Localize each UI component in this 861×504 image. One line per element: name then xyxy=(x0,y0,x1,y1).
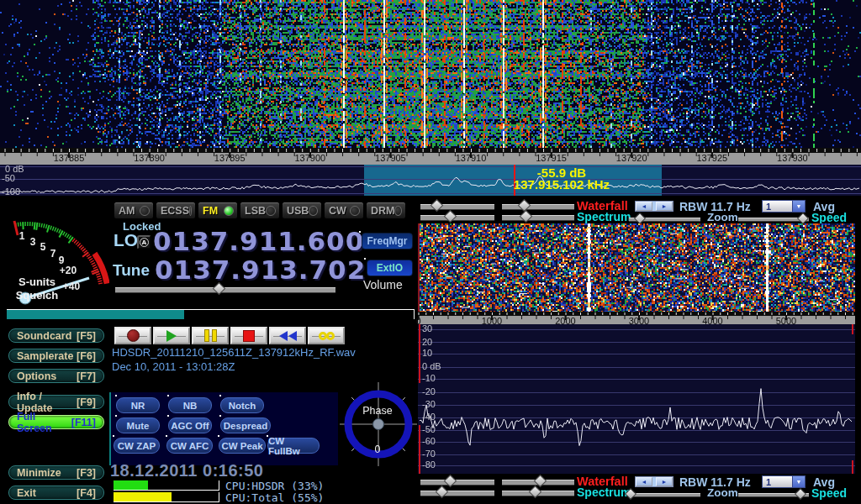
dropdown-arrow-icon[interactable]: ▼ xyxy=(792,476,805,487)
band-scroll-bottom[interactable]: ◄► xyxy=(635,476,673,487)
avg-dropdown-top[interactable]: 1▼ xyxy=(762,200,806,213)
spectrum-contrast-slider-bottom[interactable] xyxy=(420,487,494,498)
dsp-button-despread[interactable]: Despread xyxy=(220,417,271,433)
scroll-left-icon[interactable]: ◄ xyxy=(636,477,652,486)
zoom-label-bottom: Zoom xyxy=(707,486,738,499)
dsp-button-cw-afc[interactable]: CW AFC xyxy=(166,438,213,454)
s-meter-squelch-label[interactable]: Squelch xyxy=(2,289,72,302)
dsp-button-notch[interactable]: Notch xyxy=(220,397,264,413)
spectrum-contrast-slider-top-track xyxy=(420,215,494,221)
mode-button-cw[interactable]: CW xyxy=(324,202,364,219)
zoom-slider-bottom[interactable] xyxy=(629,489,700,500)
scroll-right-icon[interactable]: ► xyxy=(656,477,673,486)
extio-button[interactable]: ExtIO xyxy=(367,260,413,276)
dsp-button-nb[interactable]: NB xyxy=(168,397,212,413)
speed-slider-bottom[interactable] xyxy=(738,489,809,500)
mode-button-label: USB xyxy=(287,205,309,217)
volume-label: Volume xyxy=(363,278,403,291)
speed-slider-top-thumb[interactable] xyxy=(797,212,809,223)
mode-button-drm[interactable]: DRM xyxy=(366,202,406,219)
zoom-slider-top-thumb[interactable] xyxy=(634,212,646,223)
record-icon xyxy=(127,329,140,342)
af-spectrum-db-label: -70 xyxy=(422,449,436,459)
spectrum-contrast-slider-bottom-track xyxy=(420,491,494,496)
speed-label-top: Speed xyxy=(811,211,847,224)
spectrum-brightness-slider-bottom[interactable] xyxy=(502,487,574,498)
mode-button-fm[interactable]: FM xyxy=(198,202,238,219)
spectrum-contrast-slider-top[interactable] xyxy=(420,212,494,223)
sidebar-button-exit[interactable]: Exit[F4] xyxy=(8,486,104,500)
scroll-left-icon[interactable]: ◄ xyxy=(636,202,652,211)
lo-lock-button[interactable]: A xyxy=(137,235,151,249)
pause-button[interactable] xyxy=(192,327,229,344)
waterfall-brightness-slider-bottom[interactable] xyxy=(502,476,574,487)
waterfall-brightness-slider-top-track xyxy=(502,204,574,210)
af-spectrum-db-label: -20 xyxy=(422,386,436,396)
sidebar-button-label: Full Screen xyxy=(17,411,71,434)
lo-frequency-display[interactable]: 0137.911.600 xyxy=(153,226,364,256)
af-spectrum-display[interactable] xyxy=(418,324,855,474)
spectrum-brightness-slider-top[interactable] xyxy=(502,212,574,223)
sidebar-button-samplerate[interactable]: Samplerate[F6] xyxy=(8,349,104,363)
sidebar-button-soundcard[interactable]: Soundcard[F5] xyxy=(8,328,104,343)
dsp-button-cw-zap[interactable]: CW ZAP xyxy=(114,438,160,454)
sidebar-button-options[interactable]: Options[F7] xyxy=(8,369,104,383)
cpu-hdsdr-label: CPU:HDSDR (33%) xyxy=(225,480,324,492)
s-meter-scale-number: +20 xyxy=(60,265,77,276)
dsp-button-cw-fullbw[interactable]: CW FullBw xyxy=(267,438,320,454)
mode-button-am[interactable]: AM xyxy=(114,202,154,219)
s-meter-scale-number: 3 xyxy=(30,236,36,248)
af-spectrum-db-label: -50 xyxy=(422,424,436,434)
rf-spectrum-db-label: -50 xyxy=(2,173,15,183)
mode-button-label: FM xyxy=(203,205,218,217)
mode-led-icon xyxy=(266,206,276,216)
cpu-total-bar xyxy=(114,492,219,502)
hdsdr-window: 1378851378901378951379001379051379101379… xyxy=(0,0,861,504)
sidebar-button-minimize[interactable]: Minimize[F3] xyxy=(8,465,104,480)
sidebar-button-label: Exit xyxy=(17,487,36,499)
freqmgr-button[interactable]: FreqMgr xyxy=(362,233,413,249)
rewind-button[interactable] xyxy=(269,327,306,344)
sidebar-button-label: Options xyxy=(17,370,56,382)
tune-frequency-display[interactable]: 0137.913.702 xyxy=(155,255,366,285)
play-button[interactable] xyxy=(153,327,190,344)
rf-scale-tick-label: 137890 xyxy=(124,153,175,163)
sidebar-button-fullscreen[interactable]: Full Screen[F11] xyxy=(8,415,104,429)
squelch-level-bar[interactable] xyxy=(7,309,415,319)
sidebar-button-hotkey: [F6] xyxy=(77,350,96,362)
dsp-button-mute[interactable]: Mute xyxy=(116,417,160,433)
sidebar-button-label: Minimize xyxy=(17,467,61,479)
sidebar-button-info-update[interactable]: Info / Update[F9] xyxy=(8,395,104,409)
dsp-button-agc-off[interactable]: AGC Off xyxy=(168,417,212,433)
stop-button[interactable] xyxy=(230,327,267,344)
record-button[interactable] xyxy=(114,327,151,344)
af-spectrum-db-label: 30 xyxy=(422,323,432,333)
avg-dropdown-bottom[interactable]: 1▼ xyxy=(762,475,806,488)
waterfall-contrast-slider-top[interactable] xyxy=(420,201,494,212)
recorder-toolbar xyxy=(114,327,345,344)
mode-led-icon xyxy=(189,206,192,216)
s-meter-scale-number: 1 xyxy=(19,230,25,242)
loop-button[interactable] xyxy=(308,327,345,344)
af-spectrum-db-label: -40 xyxy=(422,412,436,422)
sidebar-button-hotkey: [F5] xyxy=(77,330,96,342)
stop-icon xyxy=(243,330,255,342)
volume-slider[interactable] xyxy=(115,284,335,295)
mode-button-lsb[interactable]: LSB xyxy=(240,202,280,219)
af-waterfall-display[interactable] xyxy=(418,223,855,312)
datetime-display: 18.12.2011 0:16:50 xyxy=(110,461,264,480)
dsp-button-cw-peak[interactable]: CW Peak xyxy=(219,438,266,454)
dropdown-arrow-icon[interactable]: ▼ xyxy=(792,201,805,212)
waterfall-brightness-slider-top[interactable] xyxy=(502,201,574,212)
speed-slider-bottom-thumb[interactable] xyxy=(795,487,806,499)
scroll-right-icon[interactable]: ► xyxy=(656,202,673,211)
dsp-button-nr[interactable]: NR xyxy=(116,397,160,413)
sidebar-button-label: Soundcard xyxy=(17,330,71,342)
sidebar-button-hotkey: [F9] xyxy=(77,396,96,408)
rf-spectrum-display[interactable] xyxy=(0,165,861,196)
rf-waterfall-display[interactable] xyxy=(0,0,861,148)
mode-button-usb[interactable]: USB xyxy=(282,202,322,219)
mode-button-ecss[interactable]: ECSS xyxy=(156,202,196,219)
band-scroll-top[interactable]: ◄► xyxy=(635,201,673,212)
waterfall-contrast-slider-bottom[interactable] xyxy=(420,476,494,487)
